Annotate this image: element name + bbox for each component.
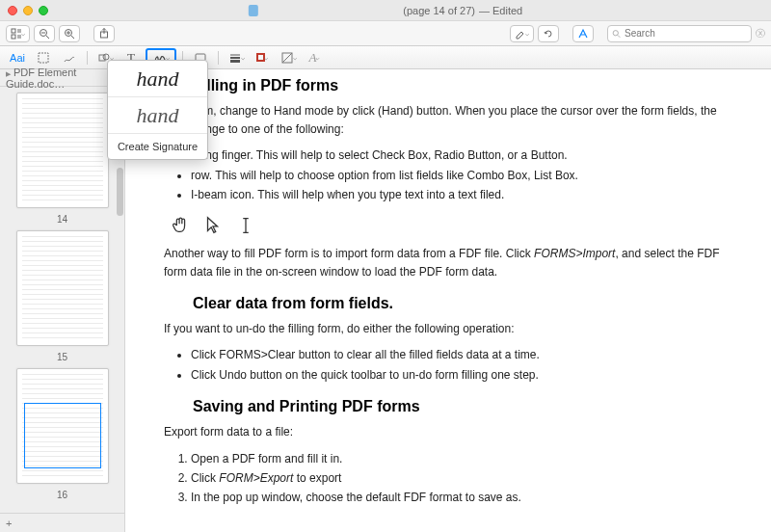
list-item: Click FORM>Export to export [191, 468, 732, 488]
list-item: In the pop up window, choose the default… [191, 488, 732, 507]
cursor-illustration [170, 214, 732, 237]
list-item: inting finger. This will help to select … [191, 146, 732, 165]
document-page: Filling in PDF forms PDF form, change to… [125, 69, 771, 532]
search-field[interactable] [607, 25, 752, 42]
sidebar-tab[interactable]: PDF Element Guide.doc… [0, 69, 124, 87]
markup-button[interactable] [572, 25, 594, 42]
svg-rect-1 [12, 35, 15, 39]
page-number-label: 15 [57, 352, 67, 362]
page-thumbnail[interactable] [16, 93, 109, 208]
arrow-cursor-icon [202, 214, 224, 237]
sketch-tool[interactable] [58, 49, 81, 66]
view-mode-button[interactable]: ⌵ [6, 25, 30, 42]
list-item: row. This will help to choose option fro… [191, 166, 732, 185]
add-page-button[interactable]: + [0, 513, 124, 532]
ibeam-cursor-icon [235, 214, 256, 237]
selection-tool[interactable] [32, 49, 55, 66]
signature-dropdown: hand hand Create Signature [107, 60, 208, 160]
svg-line-7 [46, 36, 49, 39]
document-icon [249, 5, 258, 16]
page-thumbnail[interactable] [16, 230, 109, 346]
search-icon [612, 29, 621, 39]
section-heading: Filling in PDF forms [193, 77, 732, 94]
body-text: Export form data to a file: [164, 423, 732, 441]
minimize-window-button[interactable] [23, 6, 33, 15]
signature-option[interactable]: hand [108, 97, 207, 134]
body-text: Another way to fill PDF form is to impor… [164, 245, 732, 280]
hand-cursor-icon [170, 214, 191, 237]
svg-rect-0 [12, 29, 15, 33]
bullet-list: Click FORMS>Clear button to clear all th… [173, 345, 732, 385]
svg-rect-18 [99, 55, 105, 61]
share-button[interactable] [93, 25, 115, 42]
line-weight-tool[interactable]: ⌵ [225, 49, 248, 66]
window-titlebar: PDF Element Guide.docx.pdf (page 14 of 2… [0, 0, 771, 21]
svg-point-19 [103, 54, 109, 60]
page-number-label: 16 [57, 490, 67, 500]
text-style-button[interactable]: Aai [6, 49, 29, 66]
signature-option[interactable]: hand [108, 61, 207, 97]
window-controls [8, 6, 48, 15]
numbered-list: Open a PDF form and fill it in. Click FO… [173, 449, 732, 508]
page-thumbnail[interactable] [16, 368, 109, 484]
body-text: PDF form, change to Hand mode by click (… [164, 102, 732, 138]
page-number-label: 14 [57, 214, 67, 225]
bullet-list: inting finger. This will help to select … [173, 146, 732, 204]
maximize-window-button[interactable] [39, 6, 48, 15]
zoom-in-button[interactable] [59, 25, 80, 42]
body-text: If you want to un-do the filling form, d… [164, 320, 732, 338]
close-window-button[interactable] [8, 6, 17, 15]
search-input[interactable] [625, 28, 747, 39]
list-item: Click FORMS>Clear button to clear all th… [191, 345, 732, 364]
document-page-info: (page 14 of 27) [403, 5, 475, 16]
create-signature-button[interactable]: Create Signature [108, 134, 207, 159]
rotate-button[interactable] [538, 25, 559, 42]
list-item: Open a PDF form and fill it in. [191, 449, 732, 468]
document-edited-label: — Edited [479, 5, 522, 16]
svg-rect-17 [39, 53, 48, 63]
list-item: I-beam icon. This will help when you typ… [191, 185, 732, 204]
section-heading: Saving and Printing PDF forms [193, 398, 732, 415]
svg-point-15 [613, 30, 618, 35]
section-heading: Clear data from form fields. [193, 295, 732, 312]
svg-line-10 [71, 36, 74, 39]
thumbnail-list: 14 15 16 [0, 87, 124, 513]
list-item: Click Undo button on the quick toolbar t… [191, 365, 732, 385]
document-view[interactable]: Filling in PDF forms PDF form, change to… [125, 69, 771, 532]
svg-line-16 [618, 35, 620, 37]
zoom-out-button[interactable] [34, 25, 55, 42]
clear-search-icon[interactable]: ⓧ [756, 27, 765, 40]
